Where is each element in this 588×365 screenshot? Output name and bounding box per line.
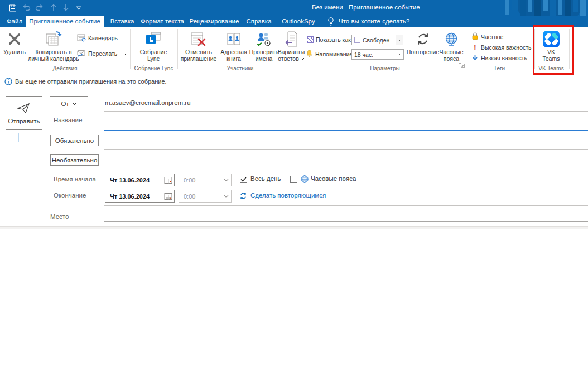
tab-help[interactable]: Справка xyxy=(245,16,272,27)
start-time-field[interactable]: 0:00 xyxy=(179,174,232,186)
tab-outlookspy[interactable]: OutlookSpy xyxy=(279,16,318,27)
calendar-button[interactable]: Календарь xyxy=(77,33,118,43)
location-input[interactable] xyxy=(104,211,588,221)
notes-area[interactable] xyxy=(0,229,588,365)
move-up-icon[interactable] xyxy=(50,4,57,11)
low-importance-icon xyxy=(471,54,479,63)
title-input[interactable] xyxy=(104,115,588,130)
reminder-select[interactable]: 18 час. xyxy=(351,49,404,60)
artwork-bar xyxy=(512,0,518,10)
check-names-label-line1: Проверить xyxy=(249,49,279,55)
copy-to-personal-calendar-button[interactable]: Копировать в личный календарь xyxy=(28,30,79,62)
private-button[interactable]: Частное xyxy=(471,32,503,42)
timezones-checkbox[interactable] xyxy=(290,176,297,183)
forward-button[interactable]: Переслать xyxy=(77,49,128,59)
tab-invited-event[interactable]: Приглашенное событие xyxy=(26,16,104,27)
move-down-icon[interactable] xyxy=(62,4,69,11)
artwork-bar xyxy=(580,0,586,17)
window-title: Без имени - Приглашенное событие xyxy=(312,4,420,11)
book-label-line1: Адресная xyxy=(220,49,247,55)
check-names-icon xyxy=(256,30,272,49)
tab-review[interactable]: Рецензирование xyxy=(189,16,240,27)
recurrence-label: Повторение xyxy=(407,49,439,55)
end-date-field[interactable]: Чт 13.06.2024 xyxy=(105,190,175,203)
forward-label: Переслать xyxy=(88,50,117,57)
artwork-bar xyxy=(520,0,526,17)
recurrence-button[interactable]: Повторение xyxy=(407,30,439,55)
cancel-invitation-button[interactable]: Отменить приглашение xyxy=(179,30,219,62)
optional-attendees-input[interactable] xyxy=(104,154,588,167)
calendar-icon xyxy=(77,33,86,43)
group-actions: Удалить Копировать в личный календарь Ка… xyxy=(0,27,130,73)
make-recurring-link[interactable]: Сделать повторяющимся xyxy=(250,192,326,199)
artwork-bar xyxy=(528,0,532,12)
lync-meeting-button[interactable]: Собрание Lync xyxy=(136,30,171,62)
qat-customize-icon[interactable] xyxy=(76,5,81,11)
send-icon xyxy=(17,102,31,116)
delete-label: Удалить xyxy=(3,49,26,55)
small-globe-icon xyxy=(300,175,309,186)
send-button[interactable]: Отправить xyxy=(6,96,42,130)
show-as-label: Показать как: xyxy=(316,36,353,43)
all-day-checkbox[interactable] xyxy=(240,176,247,183)
chevron-down-icon[interactable] xyxy=(221,174,231,186)
required-label: Обязательно xyxy=(55,137,94,144)
check-names-button[interactable]: Проверить имена xyxy=(249,30,279,62)
tab-file[interactable]: Файл xyxy=(3,16,26,27)
address-book-icon xyxy=(225,30,242,49)
delete-button[interactable]: Удалить xyxy=(2,30,27,55)
group-label-attendees: Участники xyxy=(177,65,303,71)
globe-icon xyxy=(444,30,459,49)
date-picker-icon[interactable] xyxy=(162,190,174,202)
high-importance-icon: ! xyxy=(471,44,479,52)
response-options-line2: ответов xyxy=(278,55,304,62)
forward-icon xyxy=(77,50,86,58)
address-book-button[interactable]: Адресная книга xyxy=(220,30,248,62)
calendar-label: Календарь xyxy=(88,35,118,41)
from-label: От xyxy=(61,100,69,107)
optional-underline xyxy=(104,169,588,169)
high-importance-label: Высокая важность xyxy=(481,44,532,51)
tab-format-text[interactable]: Формат текста xyxy=(137,16,187,27)
show-as-select[interactable]: Свободен xyxy=(351,35,396,45)
book-label-line2: книга xyxy=(226,55,241,62)
timezones-button[interactable]: Часовые пояса xyxy=(438,30,464,62)
timezones-label-line2: пояса xyxy=(444,55,459,62)
reminder-bell-icon xyxy=(306,50,313,59)
response-options-icon xyxy=(283,30,300,49)
response-options-label-line1: Варианты xyxy=(278,49,305,55)
reminder-row: Напоминание: xyxy=(306,49,354,59)
start-date-field[interactable]: Чт 13.06.2024 xyxy=(105,174,175,186)
artwork-bar xyxy=(543,0,548,11)
tell-me-box[interactable]: Что вы хотите сделать? xyxy=(339,16,409,27)
group-attendees: Отменить приглашение Адресная книга Пров… xyxy=(177,27,303,73)
chevron-down-icon xyxy=(72,102,77,105)
high-importance-button[interactable]: ! Высокая важность xyxy=(471,42,532,52)
location-label: Место xyxy=(50,213,69,220)
group-label-lync: Собрание Lync xyxy=(130,65,177,71)
private-label: Частное xyxy=(481,33,503,40)
reminder-label: Напоминание: xyxy=(315,51,354,57)
from-address[interactable]: m.asaev@crocmail.onprem.ru xyxy=(105,99,191,106)
tab-insert[interactable]: Вставка xyxy=(107,16,137,27)
cancel-label-line2: приглашение xyxy=(181,55,217,62)
end-time-field[interactable]: 0:00 xyxy=(179,190,232,203)
required-attendees-button[interactable]: Обязательно xyxy=(50,135,99,146)
optional-attendees-button[interactable]: Необязательно xyxy=(50,154,99,166)
response-options-button[interactable]: Варианты ответов xyxy=(280,30,302,62)
chevron-down-icon xyxy=(397,53,401,56)
save-icon[interactable] xyxy=(9,4,17,12)
date-picker-icon[interactable] xyxy=(162,174,174,186)
low-importance-button[interactable]: Низкая важность xyxy=(471,53,527,63)
group-lync: Собрание Lync Собрание Lync xyxy=(130,27,177,73)
end-date-value: Чт 13.06.2024 xyxy=(105,193,150,200)
required-attendees-input[interactable] xyxy=(104,135,588,148)
checkmark-icon xyxy=(240,177,247,182)
start-time-value: 0:00 xyxy=(179,177,195,184)
undo-icon[interactable] xyxy=(23,4,31,11)
from-button[interactable]: От xyxy=(50,96,88,111)
show-as-dropdown-button[interactable] xyxy=(396,35,403,45)
redo-icon[interactable] xyxy=(35,4,43,11)
chevron-down-icon[interactable] xyxy=(221,190,231,202)
times-underline xyxy=(104,205,588,206)
